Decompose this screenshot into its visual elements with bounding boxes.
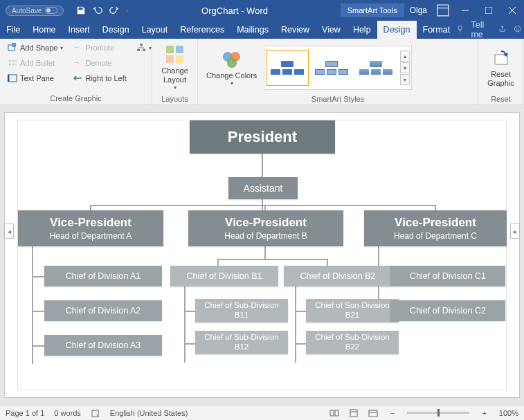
b1-label: Chief of Division B1 xyxy=(186,271,262,281)
vp-a-sub: Head of Department A xyxy=(50,231,132,241)
save-icon[interactable] xyxy=(76,6,86,15)
gallery-scroll-up[interactable]: ▴ xyxy=(400,51,410,62)
tab-layout[interactable]: Layout xyxy=(136,21,174,39)
style-thumb-2[interactable] xyxy=(310,50,353,86)
node-vp-a[interactable]: Vice-PresidentHead of Department A xyxy=(18,210,163,246)
autosave-label: AutoSave xyxy=(12,7,42,15)
text-pane-icon xyxy=(8,73,17,83)
zoom-level[interactable]: 100% xyxy=(499,409,518,417)
zoom-slider[interactable] xyxy=(407,412,469,414)
node-b21[interactable]: Chief of Sun-Division B21 xyxy=(306,299,399,322)
b12-label: Chief of Sub-Division B12 xyxy=(198,333,285,352)
b21-label: Chief of Sun-Division B21 xyxy=(309,301,396,320)
tab-smartart-design[interactable]: Design xyxy=(377,21,417,39)
tab-file[interactable]: File xyxy=(0,21,26,39)
b2-label: Chief of Division B2 xyxy=(300,271,375,281)
rtl-button[interactable]: Right to Left xyxy=(69,71,129,85)
page[interactable]: ◂ ▸ xyxy=(4,112,520,398)
node-vp-b[interactable]: Vice-PresidentHead of Department B xyxy=(188,210,343,246)
zoom-in-button[interactable]: + xyxy=(479,409,489,417)
svg-rect-24 xyxy=(335,410,338,416)
tab-mailings[interactable]: Mailings xyxy=(231,21,275,39)
node-president[interactable]: President xyxy=(190,120,335,154)
node-c1[interactable]: Chief of Division C1 xyxy=(390,266,505,286)
svg-rect-14 xyxy=(166,46,174,53)
style-thumb-1[interactable] xyxy=(266,50,309,86)
layout-dropdown[interactable]: ▾ xyxy=(133,41,155,55)
tab-review[interactable]: Review xyxy=(275,21,316,39)
node-a2[interactable]: Chief of Division A2 xyxy=(44,300,162,321)
node-vp-c[interactable]: Vice-PresidentHead of Department C xyxy=(364,210,507,246)
autosave-toggle[interactable]: AutoSave xyxy=(6,6,64,16)
node-b22[interactable]: Chief of Sub-Division B22 xyxy=(306,331,399,354)
vp-b-title: Vice-President xyxy=(225,216,307,230)
share-icon[interactable] xyxy=(498,25,506,35)
change-colors-label: Change Colors xyxy=(206,71,257,80)
group-styles-label: SmartArt Styles xyxy=(202,95,473,104)
tab-references[interactable]: References xyxy=(174,21,231,39)
hierarchy-icon xyxy=(136,43,146,53)
redo-icon[interactable] xyxy=(109,6,119,15)
status-language[interactable]: English (United States) xyxy=(110,409,188,417)
view-read-icon[interactable] xyxy=(329,408,339,418)
view-print-icon[interactable] xyxy=(349,408,359,418)
node-c2[interactable]: Chief of Division C2 xyxy=(390,300,505,321)
tab-design[interactable]: Design xyxy=(96,21,136,39)
contextual-tab-label: SmartArt Tools xyxy=(341,3,404,17)
reset-icon xyxy=(491,48,512,69)
style-thumb-3[interactable] xyxy=(354,50,397,86)
add-shape-button[interactable]: Add Shape ▾ xyxy=(4,41,66,55)
tab-view[interactable]: View xyxy=(316,21,347,39)
add-bullet-button: Add Bullet xyxy=(4,56,66,70)
node-b12[interactable]: Chief of Sub-Division B12 xyxy=(195,331,288,354)
c2-label: Chief of Division C2 xyxy=(410,306,486,316)
face-icon[interactable] xyxy=(514,25,521,35)
add-bullet-label: Add Bullet xyxy=(20,59,55,67)
reset-graphic-button[interactable]: Reset Graphic xyxy=(482,41,519,95)
node-b1[interactable]: Chief of Division B1 xyxy=(170,266,278,286)
user-name[interactable]: Olga xyxy=(404,6,433,15)
svg-point-5 xyxy=(518,28,518,28)
demote-label: Demote xyxy=(85,59,112,67)
gallery-scroll-down[interactable]: ▾ xyxy=(400,62,410,73)
node-assistant[interactable]: Assistant xyxy=(228,177,298,199)
tab-help[interactable]: Help xyxy=(347,21,377,39)
change-layout-label: Change Layout xyxy=(161,66,189,84)
change-colors-button[interactable]: Change Colors▾ xyxy=(202,41,261,95)
ribbon-options-icon[interactable] xyxy=(437,4,449,17)
textpane-toggle-right[interactable]: ▸ xyxy=(510,223,520,239)
spellcheck-icon[interactable] xyxy=(91,408,100,418)
maximize-button[interactable] xyxy=(477,0,500,21)
smartart-graphic[interactable]: President Assistant Vice-PresidentHead o… xyxy=(17,120,507,390)
a1-label: Chief of Division A1 xyxy=(66,271,141,281)
node-b11[interactable]: Chief of Sub-Division B11 xyxy=(195,299,288,322)
rtl-icon xyxy=(73,73,82,83)
node-b2[interactable]: Chief of Division B2 xyxy=(284,266,392,286)
tab-insert[interactable]: Insert xyxy=(62,21,96,39)
view-web-icon[interactable] xyxy=(368,408,378,418)
textpane-toggle-left[interactable]: ◂ xyxy=(4,223,14,239)
node-a1[interactable]: Chief of Division A1 xyxy=(44,266,162,286)
node-a3[interactable]: Chief of Division A3 xyxy=(44,335,162,356)
undo-icon[interactable] xyxy=(93,6,102,15)
status-words[interactable]: 0 words xyxy=(54,409,81,417)
close-button[interactable] xyxy=(500,0,524,21)
node-president-label: President xyxy=(228,128,297,146)
change-layout-button[interactable]: Change Layout▾ xyxy=(156,41,193,95)
svg-point-8 xyxy=(9,60,11,62)
svg-rect-25 xyxy=(350,410,357,417)
bullet-icon xyxy=(8,58,17,68)
add-shape-label: Add Shape xyxy=(20,44,57,52)
tell-me[interactable]: Tell me xyxy=(471,20,491,39)
zoom-out-button[interactable]: − xyxy=(388,409,397,417)
text-pane-button[interactable]: Text Pane xyxy=(4,71,66,85)
demote-icon: → xyxy=(73,58,82,68)
ribbon: Add Shape ▾ Add Bullet Text Pane ←Promot… xyxy=(0,39,524,105)
vp-c-title: Vice-President xyxy=(395,216,476,230)
tab-home[interactable]: Home xyxy=(26,21,62,39)
tab-smartart-format[interactable]: Format xyxy=(417,21,457,39)
minimize-button[interactable] xyxy=(453,0,477,21)
gallery-more[interactable]: ▾ xyxy=(400,74,410,85)
status-page[interactable]: Page 1 of 1 xyxy=(6,409,44,417)
promote-icon: ← xyxy=(73,43,82,53)
